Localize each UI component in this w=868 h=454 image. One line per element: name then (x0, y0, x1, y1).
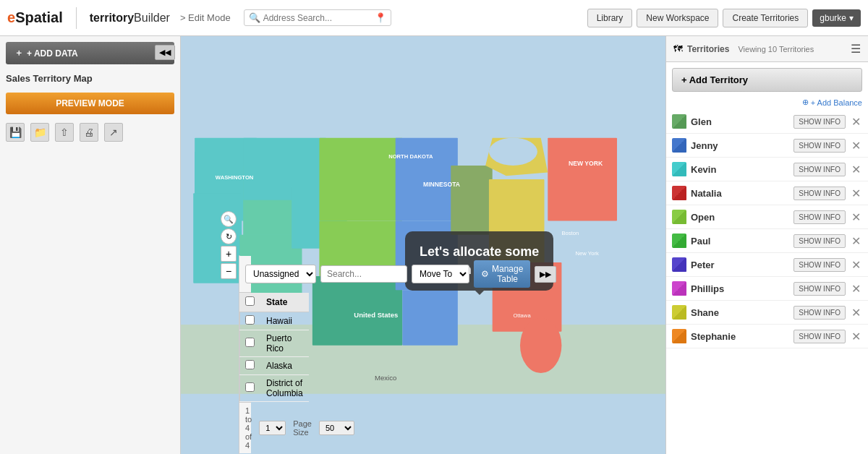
svg-rect-12 (396, 138, 458, 221)
show-info-button[interactable]: SHOW INFO (793, 282, 846, 296)
territory-item[interactable]: Phillips SHOW INFO ✕ (666, 277, 868, 301)
address-search-bar: 🔍 📍 (244, 9, 391, 26)
show-info-button[interactable]: SHOW INFO (793, 330, 846, 343)
territory-item[interactable]: Natalia SHOW INFO ✕ (666, 181, 868, 205)
page-size-label: Page Size (293, 419, 312, 437)
remove-territory-icon[interactable]: ✕ (850, 282, 862, 296)
territory-color-swatch (672, 234, 686, 248)
zoom-minus-button[interactable]: − (221, 263, 237, 279)
library-button[interactable]: Library (587, 9, 633, 27)
svg-point-18 (489, 138, 537, 166)
share-icon[interactable]: ⇧ (55, 123, 74, 142)
territory-name: Phillips (691, 283, 789, 294)
add-balance-link[interactable]: ⊕ + Add Balance (666, 98, 868, 110)
add-territory-button[interactable]: + Add Territory (672, 68, 862, 92)
row-checkbox[interactable] (245, 382, 255, 392)
territory-name: Stephanie (691, 331, 789, 342)
show-info-button[interactable]: SHOW INFO (793, 306, 846, 320)
remove-territory-icon[interactable]: ✕ (850, 115, 862, 129)
show-info-button[interactable]: SHOW INFO (793, 187, 846, 200)
remove-territory-icon[interactable]: ✕ (850, 139, 862, 153)
filter-select[interactable]: Unassigned (245, 265, 316, 283)
territory-name: Peter (691, 260, 789, 270)
preview-mode-button[interactable]: PREVIEW MODE (6, 93, 174, 114)
remove-territory-icon[interactable]: ✕ (850, 330, 862, 343)
print-icon[interactable]: 🖨 (80, 123, 98, 142)
show-info-button[interactable]: SHOW INFO (793, 163, 846, 176)
remove-territory-icon[interactable]: ✕ (850, 234, 862, 248)
show-info-button[interactable]: SHOW INFO (793, 234, 846, 248)
row-checkbox-cell (239, 357, 260, 375)
table-search-input[interactable] (320, 265, 407, 283)
zoom-in-icon[interactable]: 🔍 (221, 211, 237, 227)
save-icon[interactable]: 💾 (6, 123, 25, 142)
row-checkbox[interactable] (245, 338, 255, 347)
territory-item[interactable]: Shane SHOW INFO ✕ (666, 301, 868, 325)
table-row: Hawaii (239, 312, 309, 330)
page-size-select[interactable]: 50 25 100 (319, 421, 354, 435)
remove-territory-icon[interactable]: ✕ (850, 258, 862, 272)
state-cell: Hawaii (260, 312, 309, 330)
svg-text:NEW YORK: NEW YORK (569, 160, 603, 167)
remove-territory-icon[interactable]: ✕ (850, 210, 862, 224)
search-icon: 🔍 (249, 12, 260, 23)
show-info-button[interactable]: SHOW INFO (793, 210, 846, 224)
territory-item[interactable]: Paul SHOW INFO ✕ (666, 229, 868, 253)
rotate-icon[interactable]: ↻ (221, 228, 237, 244)
collapse-panel-button[interactable]: ◀◀ (155, 45, 175, 60)
svg-text:Mexico: Mexico (375, 374, 396, 382)
territories-tab[interactable]: Territories (687, 44, 729, 54)
territory-item[interactable]: Jenny SHOW INFO ✕ (666, 134, 868, 158)
territory-item[interactable]: Glen SHOW INFO ✕ (666, 110, 868, 134)
folder-icon[interactable]: 📁 (30, 123, 49, 142)
territory-name: Kevin (691, 164, 789, 175)
user-menu[interactable]: gburke ▾ (812, 9, 861, 27)
svg-rect-15 (451, 166, 492, 235)
header: eSpatial territoryBuilder > Edit Mode 🔍 … (0, 0, 868, 36)
create-territories-button[interactable]: Create Territories (723, 9, 808, 27)
territory-color-swatch (672, 257, 686, 272)
zoom-plus-button[interactable]: + (221, 246, 237, 262)
row-checkbox[interactable] (245, 360, 255, 369)
page-select[interactable]: 1 (259, 421, 286, 435)
territory-item[interactable]: Open SHOW INFO ✕ (666, 205, 868, 229)
map-area[interactable]: WASHINGTON NORTH DAKOTA MINNESOTA NEW YO… (181, 36, 665, 454)
toolbar-icons: 💾 📁 ⇧ 🖨 ↗ (6, 120, 174, 145)
expand-table-button[interactable]: ▶▶ (535, 266, 556, 283)
add-pin-icon[interactable]: 📍 (375, 12, 386, 23)
row-checkbox[interactable] (245, 315, 255, 325)
row-checkbox-cell (239, 375, 260, 402)
address-search-input[interactable] (263, 13, 372, 23)
show-info-button[interactable]: SHOW INFO (793, 258, 846, 272)
show-info-button[interactable]: SHOW INFO (793, 115, 846, 129)
add-data-button[interactable]: ＋ + ADD DATA (6, 42, 174, 64)
right-panel-header: 🗺 Territories Viewing 10 Territories ☰ (666, 36, 868, 62)
select-all-header (239, 293, 260, 312)
remove-territory-icon[interactable]: ✕ (850, 187, 862, 200)
export-icon[interactable]: ↗ (104, 123, 123, 142)
select-all-checkbox[interactable] (245, 296, 255, 306)
pagination: 1 (259, 421, 286, 435)
remove-territory-icon[interactable]: ✕ (850, 163, 862, 176)
territory-item[interactable]: Peter SHOW INFO ✕ (666, 253, 868, 277)
right-panel: 🗺 Territories Viewing 10 Territories ☰ +… (665, 36, 868, 454)
remove-territory-icon[interactable]: ✕ (850, 306, 862, 320)
state-cell: Alaska (260, 357, 309, 375)
manage-table-button[interactable]: ⚙ Manage Table (474, 260, 530, 288)
territory-item[interactable]: Stephanie SHOW INFO ✕ (666, 325, 868, 348)
territory-item[interactable]: Kevin SHOW INFO ✕ (666, 158, 868, 181)
show-info-button[interactable]: SHOW INFO (793, 139, 846, 153)
header-buttons: Library New Workspace Create Territories… (587, 9, 861, 27)
territory-color-swatch (672, 329, 686, 343)
territory-color-swatch (672, 114, 686, 129)
logo-divider (76, 7, 77, 29)
territory-name: Natalia (691, 188, 789, 199)
hamburger-icon[interactable]: ☰ (851, 42, 861, 56)
new-workspace-button[interactable]: New Workspace (637, 9, 718, 27)
table-row: District of Columbia (239, 375, 309, 402)
move-to-select[interactable]: Move To (412, 265, 469, 283)
user-dropdown-icon: ▾ (849, 13, 854, 23)
svg-text:MINNESOTA: MINNESOTA (423, 181, 460, 188)
svg-text:Boston: Boston (561, 230, 579, 236)
territory-tab-icon: 🗺 (673, 43, 683, 54)
